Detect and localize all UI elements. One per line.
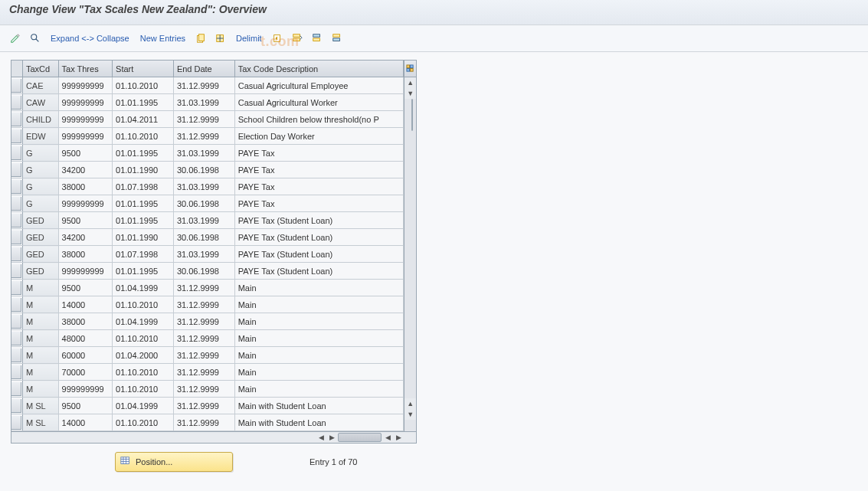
toggle-display-icon[interactable] xyxy=(8,31,23,46)
delete-icon[interactable] xyxy=(213,31,228,46)
select-block-icon[interactable] xyxy=(310,31,325,46)
cell-taxcd[interactable]: GED xyxy=(22,263,58,280)
row-selector[interactable] xyxy=(11,163,21,177)
cell-end[interactable]: 30.06.1998 xyxy=(173,229,234,246)
cell-desc[interactable]: PAYE Tax (Student Loan) xyxy=(234,263,404,280)
row-selector[interactable] xyxy=(11,416,21,430)
cell-start[interactable]: 01.01.1995 xyxy=(113,263,174,280)
cell-desc[interactable]: PAYE Tax (Student Loan) xyxy=(234,229,404,246)
cell-start[interactable]: 01.04.1999 xyxy=(113,280,174,296)
row-selector[interactable] xyxy=(11,332,21,345)
cell-end[interactable]: 30.06.1998 xyxy=(173,263,234,280)
cell-taxcd[interactable]: GED xyxy=(22,246,58,263)
cell-taxthres[interactable]: 999999999 xyxy=(58,77,113,94)
delimit-button[interactable]: Delimit xyxy=(233,32,265,44)
row-selector[interactable] xyxy=(11,382,21,396)
hscroll-first-icon[interactable]: ◀ xyxy=(316,432,326,443)
cell-desc[interactable]: Casual Agricultural Employee xyxy=(234,77,404,94)
cell-start[interactable]: 01.01.1995 xyxy=(113,195,174,212)
hscroll-last-icon[interactable]: ▶ xyxy=(393,432,404,443)
row-selector[interactable] xyxy=(11,281,21,295)
cell-desc[interactable]: Main with Student Loan xyxy=(234,414,404,431)
cell-start[interactable]: 01.04.1999 xyxy=(113,313,174,330)
cell-taxthres[interactable]: 70000 xyxy=(58,364,113,381)
cell-start[interactable]: 01.10.2010 xyxy=(113,330,174,347)
row-selector[interactable] xyxy=(11,96,21,110)
row-selector[interactable] xyxy=(11,180,21,194)
cell-taxthres[interactable]: 999999999 xyxy=(58,111,113,128)
row-selector[interactable] xyxy=(11,146,21,160)
scroll-line-up-icon[interactable]: ▼ xyxy=(405,88,416,99)
cell-start[interactable]: 01.01.1995 xyxy=(113,145,174,162)
cell-desc[interactable]: PAYE Tax xyxy=(234,145,404,162)
col-taxthres[interactable]: Tax Thres xyxy=(58,61,113,77)
cell-taxthres[interactable]: 48000 xyxy=(58,330,113,347)
cell-desc[interactable]: PAYE Tax xyxy=(234,162,404,178)
cell-taxthres[interactable]: 38000 xyxy=(58,246,113,263)
row-selector[interactable] xyxy=(11,264,21,278)
cell-end[interactable]: 31.12.9999 xyxy=(173,414,234,431)
cell-end[interactable]: 31.03.1999 xyxy=(173,94,234,111)
cell-taxthres[interactable]: 9500 xyxy=(58,145,113,162)
select-all-icon[interactable] xyxy=(290,31,305,46)
cell-taxcd[interactable]: CAE xyxy=(22,77,58,94)
cell-taxthres[interactable]: 999999999 xyxy=(58,94,113,111)
cell-end[interactable]: 30.06.1998 xyxy=(173,162,234,178)
cell-taxcd[interactable]: M xyxy=(22,381,58,398)
row-selector[interactable] xyxy=(11,349,21,362)
expand-collapse-button[interactable]: Expand <-> Collapse xyxy=(47,32,133,44)
cell-taxthres[interactable]: 38000 xyxy=(58,178,113,195)
cell-end[interactable]: 31.12.9999 xyxy=(173,296,234,313)
cell-taxcd[interactable]: M xyxy=(22,364,58,381)
cell-desc[interactable]: PAYE Tax xyxy=(234,195,404,212)
cell-taxcd[interactable]: EDW xyxy=(22,128,58,145)
cell-taxthres[interactable]: 60000 xyxy=(58,347,113,364)
undo-change-icon[interactable] xyxy=(270,31,285,46)
cell-taxcd[interactable]: G xyxy=(22,178,58,195)
cell-end[interactable]: 31.12.9999 xyxy=(173,381,234,398)
cell-desc[interactable]: Main xyxy=(234,364,404,381)
cell-start[interactable]: 01.01.1990 xyxy=(113,162,174,178)
copy-as-icon[interactable] xyxy=(193,31,208,46)
row-selector[interactable] xyxy=(11,113,21,126)
cell-desc[interactable]: PAYE Tax (Student Loan) xyxy=(234,246,404,263)
cell-end[interactable]: 31.03.1999 xyxy=(173,178,234,195)
cell-start[interactable]: 01.07.1998 xyxy=(113,246,174,263)
cell-end[interactable]: 31.03.1999 xyxy=(173,246,234,263)
cell-desc[interactable]: Main xyxy=(234,330,404,347)
cell-taxcd[interactable]: G xyxy=(22,195,58,212)
cell-taxcd[interactable]: M xyxy=(22,347,58,364)
cell-taxthres[interactable]: 34200 xyxy=(58,162,113,178)
cell-taxcd[interactable]: GED xyxy=(22,229,58,246)
row-selector[interactable] xyxy=(11,365,21,379)
vscroll-thumb[interactable] xyxy=(411,99,413,131)
cell-taxthres[interactable]: 9500 xyxy=(58,280,113,296)
cell-start[interactable]: 01.10.2010 xyxy=(113,381,174,398)
cell-end[interactable]: 31.12.9999 xyxy=(173,398,234,414)
cell-desc[interactable]: Main xyxy=(234,280,404,296)
cell-end[interactable]: 31.12.9999 xyxy=(173,77,234,94)
cell-taxcd[interactable]: M xyxy=(22,280,58,296)
cell-start[interactable]: 01.04.2011 xyxy=(113,111,174,128)
cell-taxthres[interactable]: 999999999 xyxy=(58,381,113,398)
cell-desc[interactable]: Election Day Worker xyxy=(234,128,404,145)
row-selector[interactable] xyxy=(11,197,21,211)
cell-start[interactable]: 01.01.1990 xyxy=(113,229,174,246)
row-selector[interactable] xyxy=(11,231,21,244)
cell-taxcd[interactable]: G xyxy=(22,145,58,162)
cell-taxthres[interactable]: 9500 xyxy=(58,398,113,414)
cell-taxthres[interactable]: 999999999 xyxy=(58,195,113,212)
position-button[interactable]: Position... xyxy=(115,452,233,472)
row-selector[interactable] xyxy=(11,399,21,413)
cell-taxcd[interactable]: M xyxy=(22,296,58,313)
cell-end[interactable]: 31.12.9999 xyxy=(173,111,234,128)
cell-start[interactable]: 01.04.1999 xyxy=(113,398,174,414)
cell-taxthres[interactable]: 38000 xyxy=(58,313,113,330)
cell-end[interactable]: 31.12.9999 xyxy=(173,364,234,381)
cell-taxthres[interactable]: 14000 xyxy=(58,414,113,431)
new-entries-button[interactable]: New Entries xyxy=(137,32,188,44)
col-desc[interactable]: Tax Code Description xyxy=(234,61,404,77)
cell-end[interactable]: 30.06.1998 xyxy=(173,195,234,212)
row-selector[interactable] xyxy=(11,247,21,261)
cell-start[interactable]: 01.01.1995 xyxy=(113,212,174,229)
